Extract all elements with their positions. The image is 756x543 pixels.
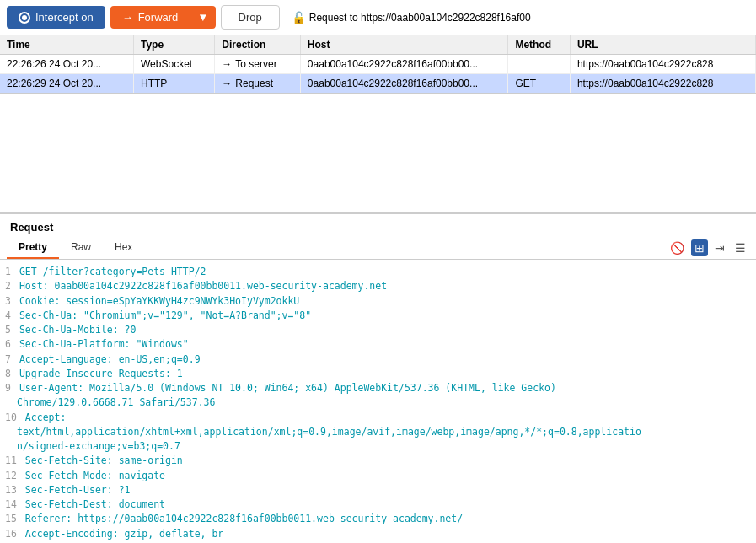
direction-arrow: → bbox=[222, 78, 232, 89]
tab-icons: 🚫 ⊞ ⇥ ☰ bbox=[667, 239, 749, 256]
code-line: 1 GET /filter?category=Pets HTTP/2 bbox=[0, 265, 756, 279]
forward-group: → Forward ▼ bbox=[110, 6, 216, 29]
line-content: Accept-Language: en-US,en;q=0.9 bbox=[19, 352, 756, 367]
table-row[interactable]: 22:26:26 24 Oct 20... WebSocket → To ser… bbox=[0, 55, 756, 74]
code-line: n/signed-exchange;v=b3;q=0.7 bbox=[0, 439, 756, 454]
col-host: Host bbox=[300, 35, 508, 55]
intercept-label: Intercept on bbox=[35, 11, 94, 24]
spacer-area bbox=[0, 94, 756, 212]
line-content: Referer: https://0aab00a104c2922c828f16a… bbox=[25, 512, 756, 526]
intercept-button[interactable]: Intercept on bbox=[7, 6, 105, 29]
code-line: 11 Sec-Fetch-Site: same-origin bbox=[0, 454, 756, 468]
code-line: Chrome/129.0.6668.71 Safari/537.36 bbox=[0, 395, 756, 410]
line-number: 14 bbox=[0, 497, 25, 512]
line-number: 2 bbox=[0, 279, 19, 293]
request-tabs: Pretty Raw Hex 🚫 ⊞ ⇥ ☰ bbox=[0, 237, 756, 260]
line-content: Upgrade-Insecure-Requests: 1 bbox=[19, 367, 756, 381]
line-number bbox=[0, 425, 17, 439]
line-number: 10 bbox=[0, 411, 25, 425]
code-line: 9 User-Agent: Mozilla/5.0 (Windows NT 10… bbox=[0, 381, 756, 395]
line-content: Sec-Ch-Ua-Mobile: ?0 bbox=[19, 323, 756, 337]
line-number: 1 bbox=[0, 265, 19, 279]
tab-pretty[interactable]: Pretty bbox=[7, 237, 59, 259]
line-content: Chrome/129.0.6668.71 Safari/537.36 bbox=[17, 395, 756, 410]
col-direction: Direction bbox=[215, 35, 301, 55]
cell-url: https://0aab00a104c2922c828 bbox=[570, 55, 755, 74]
code-line: 7 Accept-Language: en-US,en;q=0.9 bbox=[0, 352, 756, 367]
line-content: Host: 0aab00a104c2922c828f16af00bb0011.w… bbox=[19, 279, 756, 293]
line-number: 11 bbox=[0, 454, 25, 468]
line-content: Sec-Ch-Ua-Platform: "Windows" bbox=[19, 337, 756, 352]
cell-time: 22:26:26 24 Oct 20... bbox=[0, 55, 134, 74]
line-content: n/signed-exchange;v=b3;q=0.7 bbox=[17, 439, 756, 454]
line-number bbox=[0, 439, 17, 454]
cell-time: 22:26:29 24 Oct 20... bbox=[0, 74, 134, 94]
code-line: 12 Sec-Fetch-Mode: navigate bbox=[0, 469, 756, 483]
code-line: 14 Sec-Fetch-Dest: document bbox=[0, 497, 756, 512]
request-title: Request bbox=[0, 214, 756, 237]
code-line: 6 Sec-Ch-Ua-Platform: "Windows" bbox=[0, 337, 756, 352]
menu-icon-button[interactable]: ☰ bbox=[732, 239, 749, 256]
chevron-down-icon: ▼ bbox=[197, 11, 208, 24]
cell-host: 0aab00a104c2922c828f16af00bb00... bbox=[300, 55, 508, 74]
intercept-table: Time Type Direction Host Method URL 22:2… bbox=[0, 35, 756, 94]
col-method: Method bbox=[508, 35, 571, 55]
tab-raw[interactable]: Raw bbox=[59, 237, 103, 259]
line-number: 9 bbox=[0, 381, 19, 395]
direction-text: To server bbox=[235, 58, 276, 70]
code-line: 8 Upgrade-Insecure-Requests: 1 bbox=[0, 367, 756, 381]
forward-dropdown-button[interactable]: ▼ bbox=[190, 6, 215, 29]
code-line: text/html,application/xhtml+xml,applicat… bbox=[0, 425, 756, 439]
line-content: User-Agent: Mozilla/5.0 (Windows NT 10.0… bbox=[19, 381, 756, 395]
line-content: text/html,application/xhtml+xml,applicat… bbox=[17, 425, 756, 439]
line-content: Cookie: session=eSpYaYKKWyH4zc9NWYk3HoIy… bbox=[19, 294, 756, 309]
drop-label: Drop bbox=[239, 11, 262, 24]
line-number: 16 bbox=[0, 527, 25, 541]
line-content: GET /filter?category=Pets HTTP/2 bbox=[19, 265, 756, 279]
line-number: 6 bbox=[0, 337, 19, 352]
cell-direction: → To server bbox=[215, 55, 301, 74]
line-content: Sec-Fetch-User: ?1 bbox=[25, 483, 756, 497]
line-content: Accept-Encoding: gzip, deflate, br bbox=[25, 527, 756, 541]
tab-hex[interactable]: Hex bbox=[103, 237, 144, 259]
forward-arrow-icon: → bbox=[122, 11, 133, 24]
line-number: 7 bbox=[0, 352, 19, 367]
code-line: 15 Referer: https://0aab00a104c2922c828f… bbox=[0, 512, 756, 526]
eye-off-icon-button[interactable]: 🚫 bbox=[667, 239, 688, 256]
code-line: 2 Host: 0aab00a104c2922c828f16af00bb0011… bbox=[0, 279, 756, 293]
request-url: Request to https://0aab00a104c2922c828f1… bbox=[309, 12, 531, 24]
request-panel: Request Pretty Raw Hex 🚫 ⊞ ⇥ ☰ 1 GET /fi… bbox=[0, 212, 756, 543]
forward-button[interactable]: → Forward bbox=[110, 6, 190, 29]
cell-host: 0aab00a104c2922c828f16af00bb00... bbox=[300, 74, 508, 94]
col-time: Time bbox=[0, 35, 134, 55]
table-row[interactable]: 22:26:29 24 Oct 20... HTTP → Request 0aa… bbox=[0, 74, 756, 94]
line-number bbox=[0, 395, 17, 410]
lock-icon: 🔓 bbox=[292, 11, 306, 24]
code-line: 16 Accept-Encoding: gzip, deflate, br bbox=[0, 527, 756, 541]
wrap-icon-button[interactable]: ⊞ bbox=[691, 239, 708, 256]
line-number: 4 bbox=[0, 309, 19, 323]
line-number: 3 bbox=[0, 294, 19, 309]
code-line: 10 Accept: bbox=[0, 411, 756, 425]
line-content: Accept: bbox=[25, 411, 756, 425]
direction-text: Request bbox=[235, 78, 273, 89]
lock-indicator: 🔓 Request to https://0aab00a104c2922c828… bbox=[292, 11, 531, 24]
col-url: URL bbox=[570, 35, 755, 55]
line-number: 15 bbox=[0, 512, 25, 526]
code-line: 13 Sec-Fetch-User: ?1 bbox=[0, 483, 756, 497]
cell-url: https://0aab00a104c2922c828 bbox=[570, 74, 755, 94]
cell-type: WebSocket bbox=[134, 55, 215, 74]
code-area: 1 GET /filter?category=Pets HTTP/2 2 Hos… bbox=[0, 260, 756, 543]
intercept-icon bbox=[19, 12, 30, 24]
drop-button[interactable]: Drop bbox=[221, 5, 280, 30]
code-line: 5 Sec-Ch-Ua-Mobile: ?0 bbox=[0, 323, 756, 337]
line-number: 12 bbox=[0, 469, 25, 483]
code-line: 3 Cookie: session=eSpYaYKKWyH4zc9NWYk3Ho… bbox=[0, 294, 756, 309]
line-content: Sec-Fetch-Site: same-origin bbox=[25, 454, 756, 468]
indent-icon-button[interactable]: ⇥ bbox=[711, 239, 728, 256]
forward-label: Forward bbox=[138, 11, 179, 24]
cell-type: HTTP bbox=[134, 74, 215, 94]
col-type: Type bbox=[134, 35, 215, 55]
line-content: Sec-Fetch-Mode: navigate bbox=[25, 469, 756, 483]
cell-direction: → Request bbox=[215, 74, 301, 94]
